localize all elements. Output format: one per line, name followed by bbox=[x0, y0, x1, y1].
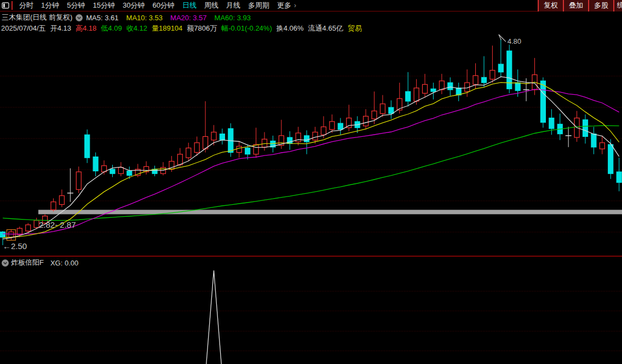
quote-field-9[interactable]: 贸易 bbox=[348, 24, 362, 33]
candle[interactable] bbox=[262, 139, 267, 147]
candle[interactable] bbox=[9, 232, 14, 238]
candle[interactable] bbox=[600, 143, 604, 149]
high-annotation-pointer bbox=[499, 34, 506, 42]
period-tab-7[interactable]: 周线 bbox=[200, 1, 222, 10]
candle[interactable] bbox=[617, 172, 621, 182]
low-annotation: ←2.50 bbox=[3, 241, 27, 251]
candle[interactable] bbox=[26, 225, 31, 231]
period-tab-4[interactable]: 30分钟 bbox=[119, 1, 148, 10]
candle[interactable] bbox=[549, 118, 554, 129]
quote-fields: 开4.13高4.18低4.09收4.12量189104额7806万幅-0.01(… bbox=[50, 24, 366, 33]
toolbar-divider bbox=[11, 1, 13, 10]
period-tab-0[interactable]: 分时 bbox=[15, 1, 37, 10]
candle[interactable] bbox=[110, 169, 115, 174]
candle[interactable] bbox=[473, 76, 478, 84]
candle[interactable] bbox=[423, 84, 428, 93]
candle[interactable] bbox=[389, 107, 394, 113]
quote-field-6: 幅-0.01(-0.24%) bbox=[221, 24, 272, 33]
candle[interactable] bbox=[304, 136, 309, 142]
candle[interactable] bbox=[34, 221, 39, 228]
candle[interactable] bbox=[431, 89, 436, 91]
candle[interactable] bbox=[254, 145, 258, 154]
quote-field-2: 低4.09 bbox=[101, 24, 122, 33]
toolbar-button-2[interactable]: 多股 bbox=[588, 0, 613, 11]
toolbar-button-1[interactable]: 叠加 bbox=[563, 0, 588, 11]
ma60-line bbox=[3, 125, 619, 220]
candle[interactable] bbox=[186, 148, 191, 158]
period-tab-5[interactable]: 60分钟 bbox=[148, 1, 178, 10]
candlestick-chart[interactable]: 4.802.82- 2.87←2.50 bbox=[0, 33, 622, 256]
quote-date: 2025/07/04/五 bbox=[1, 24, 46, 33]
toolbar-right-buttons: 复权叠加多股统 bbox=[538, 0, 622, 11]
period-tab-8[interactable]: 月线 bbox=[222, 1, 244, 10]
candle[interactable] bbox=[591, 134, 596, 147]
indicator-chart[interactable] bbox=[0, 268, 622, 364]
chevron-down-icon[interactable] bbox=[76, 14, 83, 21]
quote-field-3: 收4.12 bbox=[126, 24, 147, 33]
quote-field-4: 量189104 bbox=[152, 24, 182, 33]
period-tab-2[interactable]: 5分钟 bbox=[63, 1, 89, 10]
window-layout-icon[interactable] bbox=[2, 2, 9, 9]
candle[interactable] bbox=[237, 146, 241, 152]
candle[interactable] bbox=[118, 167, 123, 174]
candle[interactable] bbox=[515, 83, 520, 91]
candle[interactable] bbox=[406, 91, 411, 101]
candle[interactable] bbox=[1, 232, 5, 238]
gap-annotation: 2.82- 2.87 bbox=[39, 220, 76, 229]
candle[interactable] bbox=[194, 143, 199, 153]
indicator-header: 炸板倍阳F XG: 0.00 bbox=[2, 258, 78, 268]
ma-legend-item-0: MA5: 3.61 bbox=[86, 14, 118, 22]
candle[interactable] bbox=[481, 77, 486, 83]
indicator-spike bbox=[206, 270, 222, 364]
more-arrow-icon[interactable]: › bbox=[294, 2, 296, 9]
gap-band bbox=[38, 210, 622, 214]
candle[interactable] bbox=[245, 148, 250, 154]
ma-legend-item-2: MA20: 3.57 bbox=[170, 14, 207, 22]
period-tab-3[interactable]: 15分钟 bbox=[89, 1, 118, 10]
toolbar: 分时1分钟5分钟15分钟30分钟60分钟日线周线月线多周期更多 › 复权叠加多股… bbox=[0, 0, 622, 11]
candle[interactable] bbox=[321, 127, 326, 135]
candle[interactable] bbox=[127, 171, 132, 175]
high-annotation: 4.80 bbox=[508, 37, 521, 45]
candle[interactable] bbox=[85, 135, 90, 158]
candle[interactable] bbox=[540, 81, 545, 123]
toolbar-button-0[interactable]: 复权 bbox=[538, 0, 563, 11]
candle[interactable] bbox=[448, 83, 453, 90]
candle[interactable] bbox=[364, 116, 368, 126]
candle[interactable] bbox=[490, 70, 495, 79]
candle[interactable] bbox=[17, 228, 22, 234]
candle[interactable] bbox=[59, 196, 64, 205]
quote-field-8: 流通4.65亿 bbox=[308, 24, 343, 33]
info-row: 三木集团(日线 前复权) MA5: 3.61MA10: 3.53MA20: 3.… bbox=[2, 13, 258, 22]
ma-legend-item-3: MA60: 3.93 bbox=[215, 14, 251, 22]
candle[interactable] bbox=[583, 120, 588, 137]
candle[interactable] bbox=[498, 64, 503, 72]
candle[interactable] bbox=[51, 202, 56, 210]
toolbar-button-3[interactable]: 统 bbox=[613, 0, 622, 11]
quote-field-1: 高4.18 bbox=[76, 24, 96, 33]
stock-title[interactable]: 三木集团(日线 前复权) bbox=[2, 13, 72, 22]
candle[interactable] bbox=[608, 145, 613, 174]
quote-field-7: 换4.06% bbox=[277, 24, 304, 33]
candle[interactable] bbox=[93, 157, 98, 171]
candle[interactable] bbox=[313, 132, 318, 140]
ma-legend-item-1: MA10: 3.53 bbox=[126, 14, 163, 22]
period-tab-9[interactable]: 多周期 bbox=[244, 1, 273, 10]
candle[interactable] bbox=[220, 134, 224, 140]
indicator-name[interactable]: 炸板倍阳F bbox=[11, 258, 44, 268]
candle[interactable] bbox=[380, 104, 385, 114]
period-tab-6[interactable]: 日线 bbox=[178, 1, 200, 10]
panel-divider[interactable] bbox=[0, 256, 622, 257]
chevron-down-icon[interactable] bbox=[2, 259, 9, 267]
quote-row: 2025/07/04/五 开4.13高4.18低4.09收4.12量189104… bbox=[1, 24, 366, 33]
quote-field-5: 额7806万 bbox=[187, 24, 217, 33]
candle[interactable] bbox=[414, 88, 419, 101]
candle[interactable] bbox=[330, 122, 335, 130]
period-tab-1[interactable]: 1分钟 bbox=[37, 1, 63, 10]
candle[interactable] bbox=[338, 123, 343, 129]
candle[interactable] bbox=[372, 111, 377, 119]
candle[interactable] bbox=[211, 132, 216, 140]
candle[interactable] bbox=[177, 154, 182, 165]
period-tab-10[interactable]: 更多 bbox=[273, 1, 295, 10]
candle[interactable] bbox=[76, 172, 81, 189]
